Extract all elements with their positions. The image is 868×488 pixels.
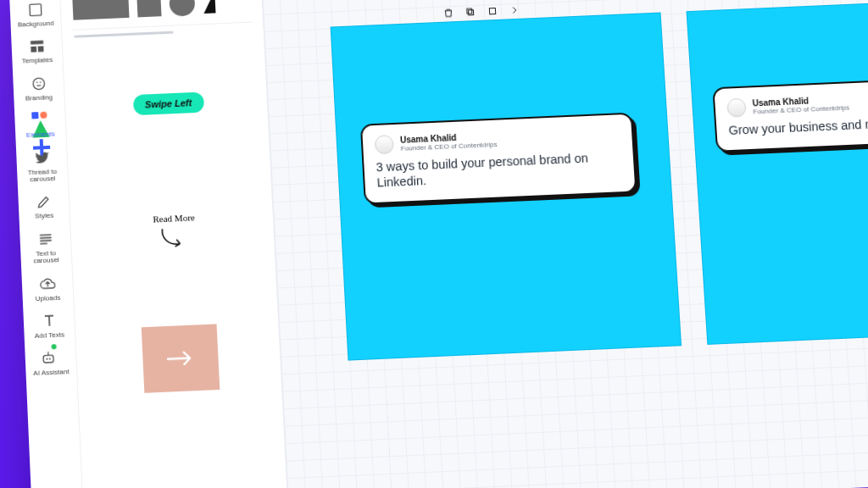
sidebar-item-label: Templates <box>22 57 53 65</box>
svg-point-9 <box>46 358 47 360</box>
duplicate-button[interactable] <box>464 5 478 19</box>
sidebar-item-label: Text to carousel <box>22 249 70 265</box>
card-text: 3 ways to build your personal brand on L… <box>376 149 622 191</box>
sidebar-item-elements[interactable]: Elements <box>15 105 64 144</box>
shape-row <box>70 0 253 30</box>
svg-rect-13 <box>469 10 474 15</box>
sidebar-item-add-texts[interactable]: Add Texts <box>25 305 74 345</box>
svg-point-6 <box>39 81 41 83</box>
carousel-slide[interactable]: Usama Khalid Founder & CEO of Contentdri… <box>331 13 682 361</box>
app-window: CONTENTDRIPS Background Templates Brandi… <box>8 0 868 488</box>
sidebar-item-thread-to-carousel[interactable]: Thread to carousel <box>17 142 67 189</box>
triangle-shape[interactable] <box>203 0 215 14</box>
next-button[interactable] <box>508 3 522 18</box>
svg-point-10 <box>48 358 50 360</box>
avatar <box>726 98 746 118</box>
text-lines-icon <box>36 230 54 248</box>
sidebar-item-label: Uploads <box>36 294 61 302</box>
sidebar-item-background[interactable]: Background <box>11 0 60 33</box>
svg-rect-3 <box>37 47 43 53</box>
content-card[interactable]: Usama Khalid Founder & CEO of Contentdri… <box>360 113 637 205</box>
upload-cloud-icon <box>38 274 56 292</box>
templates-icon <box>28 38 46 56</box>
element-swipe-left-pill[interactable]: Swipe Left <box>73 42 264 166</box>
twitter-icon <box>33 148 51 166</box>
sidebar-item-templates[interactable]: Templates <box>13 31 62 70</box>
sidebar-item-label: Thread to carousel <box>19 168 67 184</box>
sidebar-item-label: Elements <box>26 131 55 140</box>
background-icon <box>26 1 44 19</box>
svg-rect-8 <box>43 355 53 363</box>
svg-point-4 <box>32 78 44 90</box>
trash-icon <box>442 7 455 19</box>
copy-icon <box>465 6 477 19</box>
sidebar-item-ai-assistant[interactable]: AI Assistant <box>26 342 76 382</box>
circle-shape[interactable] <box>169 0 195 17</box>
element-read-more[interactable]: Read More <box>79 168 270 293</box>
sidebar-item-label: Background <box>18 20 54 29</box>
bot-icon <box>39 349 57 367</box>
element-peach-arrow[interactable] <box>85 296 277 422</box>
square-shape[interactable] <box>136 0 161 17</box>
chevron-right-icon <box>509 4 521 17</box>
elements-icon <box>31 112 49 130</box>
sidebar-item-uploads[interactable]: Uploads <box>23 268 72 308</box>
rectangle-shape[interactable] <box>72 0 129 20</box>
sidebar-item-label: Branding <box>25 94 53 103</box>
branding-icon <box>30 75 47 92</box>
sidebar-item-label: Add Texts <box>35 331 65 340</box>
carousel-slide[interactable]: Usama Khalid Founder & CEO of Contentdri… <box>686 0 868 345</box>
sidebar-item-branding[interactable]: Branding <box>14 68 63 107</box>
svg-rect-14 <box>467 8 472 14</box>
square-icon <box>487 5 499 18</box>
avatar <box>375 135 394 154</box>
svg-rect-2 <box>31 47 36 53</box>
styles-icon <box>35 193 53 211</box>
svg-point-11 <box>47 352 48 353</box>
elements-panel: Swipe Left swipe Read More ››› <box>59 0 289 488</box>
text-icon <box>40 312 58 330</box>
element-swipe-left-button[interactable]: SWIPE LEFT» <box>92 444 285 488</box>
svg-rect-0 <box>29 4 41 16</box>
sidebar-item-label: Styles <box>35 213 53 220</box>
sidebar-item-label: AI Assistant <box>33 369 70 377</box>
status-dot-icon <box>51 344 56 349</box>
canvas[interactable]: Usama Khalid Founder & CEO of Contentdri… <box>261 0 868 488</box>
svg-point-5 <box>36 81 37 83</box>
sidebar-item-styles[interactable]: Styles <box>19 186 69 225</box>
sidebar-item-text-to-carousel[interactable]: Text to carousel <box>20 224 70 270</box>
slide-toolbar <box>442 3 522 20</box>
svg-rect-1 <box>31 41 43 45</box>
arrow-right-icon <box>165 349 195 368</box>
svg-rect-15 <box>489 8 495 14</box>
curly-arrow-icon <box>157 224 192 249</box>
delete-button[interactable] <box>442 6 456 20</box>
content-card[interactable]: Usama Khalid Founder & CEO of Contentdri… <box>712 76 868 152</box>
crop-button[interactable] <box>486 4 500 19</box>
